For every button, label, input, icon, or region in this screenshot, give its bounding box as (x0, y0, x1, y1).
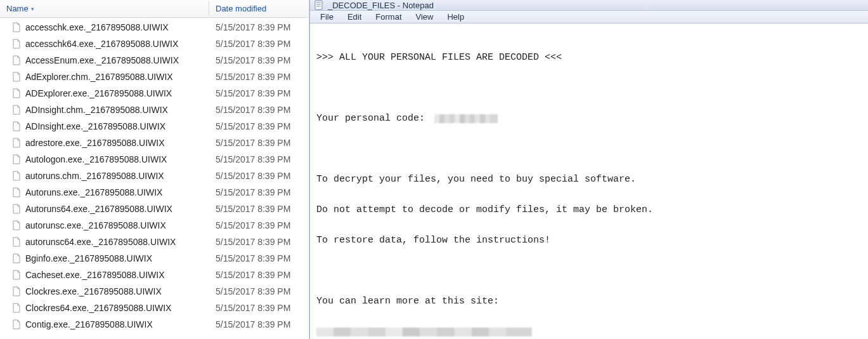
file-date: 5/15/2017 8:39 PM (209, 237, 309, 247)
file-name: ADInsight.exe._2167895088.UIWIX (25, 121, 165, 131)
file-row[interactable]: accesschk.exe._2167895088.UIWIX5/15/2017… (0, 19, 309, 36)
menu-format[interactable]: Format (369, 11, 408, 23)
menu-file[interactable]: File (314, 11, 340, 23)
file-icon (11, 105, 22, 115)
file-name-cell: accesschk.exe._2167895088.UIWIX (0, 22, 209, 32)
file-name-cell: Autologon.exe._2167895088.UIWIX (0, 154, 209, 164)
note-line: Do not attempt to decode or modify files… (316, 205, 653, 215)
file-row[interactable]: autorunsc64.exe._2167895088.UIWIX5/15/20… (0, 234, 309, 250)
file-name-cell: Cacheset.exe._2167895088.UIWIX (0, 270, 209, 280)
file-name: autoruns.chm._2167895088.UIWIX (25, 171, 164, 181)
redacted-code (434, 114, 498, 123)
file-row[interactable]: Cacheset.exe._2167895088.UIWIX5/15/2017 … (0, 267, 309, 283)
file-name-cell: autorunsc.exe._2167895088.UIWIX (0, 220, 209, 230)
column-header-name-label: Name (6, 4, 29, 13)
file-date: 5/15/2017 8:39 PM (209, 72, 309, 82)
svg-rect-0 (315, 1, 322, 10)
file-row[interactable]: ADInsight.exe._2167895088.UIWIX5/15/2017… (0, 118, 309, 135)
file-icon (11, 171, 22, 181)
file-icon (11, 220, 22, 230)
explorer-column-header: Name ▾ Date modified (0, 0, 309, 18)
file-name: ADInsight.chm._2167895088.UIWIX (25, 105, 168, 115)
file-date: 5/15/2017 8:39 PM (209, 319, 309, 329)
menu-help[interactable]: Help (441, 11, 470, 23)
file-row[interactable]: autoruns.chm._2167895088.UIWIX5/15/2017 … (0, 168, 309, 184)
notepad-titlebar[interactable]: _DECODE_FILES - Notepad (310, 0, 868, 11)
file-row[interactable]: Clockres64.exe._2167895088.UIWIX5/15/201… (0, 300, 309, 316)
file-name: Contig.exe._2167895088.UIWIX (25, 319, 153, 329)
file-name-cell: Autoruns64.exe._2167895088.UIWIX (0, 204, 209, 214)
file-icon (11, 88, 22, 98)
file-name-cell: AdExplorer.chm._2167895088.UIWIX (0, 72, 209, 82)
file-name: Autologon.exe._2167895088.UIWIX (25, 154, 167, 164)
file-name-cell: Contig.exe._2167895088.UIWIX (0, 319, 209, 329)
file-name: Cacheset.exe._2167895088.UIWIX (25, 270, 164, 280)
file-icon (11, 286, 22, 296)
note-line: Your personal code: (316, 114, 431, 124)
file-row[interactable]: ADInsight.chm._2167895088.UIWIX5/15/2017… (0, 102, 309, 118)
file-name-cell: autoruns.chm._2167895088.UIWIX (0, 171, 209, 181)
notepad-content[interactable]: >>> ALL YOUR PERSONAL FILES ARE DECODED … (310, 23, 868, 339)
file-row[interactable]: autorunsc.exe._2167895088.UIWIX5/15/2017… (0, 217, 309, 234)
file-name: Autoruns.exe._2167895088.UIWIX (25, 187, 162, 197)
file-icon (11, 121, 22, 131)
file-row[interactable]: Bginfo.exe._2167895088.UIWIX5/15/2017 8:… (0, 250, 309, 267)
file-name: adrestore.exe._2167895088.UIWIX (25, 138, 164, 148)
file-icon (11, 22, 22, 32)
file-name: Bginfo.exe._2167895088.UIWIX (25, 253, 152, 263)
file-name-cell: ADInsight.exe._2167895088.UIWIX (0, 121, 209, 131)
menu-edit[interactable]: Edit (341, 11, 368, 23)
file-name-cell: ADInsight.chm._2167895088.UIWIX (0, 105, 209, 115)
file-row[interactable]: AdExplorer.chm._2167895088.UIWIX5/15/201… (0, 69, 309, 85)
notepad-window: _DECODE_FILES - Notepad FileEditFormatVi… (309, 0, 868, 339)
file-name: Clockres.exe._2167895088.UIWIX (25, 286, 162, 296)
file-row[interactable]: Autoruns64.exe._2167895088.UIWIX5/15/201… (0, 201, 309, 217)
file-date: 5/15/2017 8:39 PM (209, 286, 309, 296)
redacted-site-line1 (316, 328, 532, 336)
file-row[interactable]: AccessEnum.exe._2167895088.UIWIX5/15/201… (0, 52, 309, 69)
file-icon (11, 270, 22, 280)
file-row[interactable]: ADExplorer.exe._2167895088.UIWIX5/15/201… (0, 85, 309, 102)
file-row[interactable]: Contig.exe._2167895088.UIWIX5/15/2017 8:… (0, 316, 309, 333)
file-name-cell: ADExplorer.exe._2167895088.UIWIX (0, 88, 209, 98)
file-name-cell: autorunsc64.exe._2167895088.UIWIX (0, 237, 209, 247)
note-line: To restore data, follow the instructions… (316, 236, 550, 246)
file-date: 5/15/2017 8:39 PM (209, 171, 309, 181)
file-row[interactable]: accesschk64.exe._2167895088.UIWIX5/15/20… (0, 36, 309, 52)
note-line: To decrypt your files, you need to buy s… (316, 175, 636, 185)
column-header-date[interactable]: Date modified (209, 1, 309, 16)
file-date: 5/15/2017 8:39 PM (209, 88, 309, 98)
file-icon (11, 72, 22, 82)
notepad-app-icon (314, 0, 324, 10)
menu-view[interactable]: View (410, 11, 440, 23)
column-header-date-label: Date modified (216, 4, 266, 13)
file-name: autorunsc.exe._2167895088.UIWIX (25, 220, 166, 230)
file-icon (11, 303, 22, 313)
file-icon (11, 319, 22, 329)
note-line: You can learn more at this site: (316, 296, 499, 307)
file-date: 5/15/2017 8:39 PM (209, 55, 309, 65)
file-name-cell: adrestore.exe._2167895088.UIWIX (0, 138, 209, 148)
file-icon (11, 154, 22, 164)
file-name: Clockres64.exe._2167895088.UIWIX (25, 303, 171, 313)
file-date: 5/15/2017 8:39 PM (209, 303, 309, 313)
column-header-name[interactable]: Name ▾ (0, 1, 209, 16)
file-date: 5/15/2017 8:39 PM (209, 253, 309, 263)
notepad-menubar: FileEditFormatViewHelp (310, 11, 868, 23)
file-name-cell: Clockres.exe._2167895088.UIWIX (0, 286, 209, 296)
file-name-cell: Clockres64.exe._2167895088.UIWIX (0, 303, 209, 313)
file-icon (11, 253, 22, 263)
file-icon (11, 204, 22, 214)
file-row[interactable]: adrestore.exe._2167895088.UIWIX5/15/2017… (0, 135, 309, 151)
file-name: AccessEnum.exe._2167895088.UIWIX (25, 55, 179, 65)
notepad-title: _DECODE_FILES - Notepad (328, 1, 434, 10)
file-date: 5/15/2017 8:39 PM (209, 138, 309, 148)
file-date: 5/15/2017 8:39 PM (209, 105, 309, 115)
file-row[interactable]: Clockres.exe._2167895088.UIWIX5/15/2017 … (0, 283, 309, 300)
file-row[interactable]: Autoruns.exe._2167895088.UIWIX5/15/2017 … (0, 184, 309, 201)
file-row[interactable]: Autologon.exe._2167895088.UIWIX5/15/2017… (0, 151, 309, 168)
file-name-cell: Bginfo.exe._2167895088.UIWIX (0, 253, 209, 263)
file-name-cell: AccessEnum.exe._2167895088.UIWIX (0, 55, 209, 65)
file-date: 5/15/2017 8:39 PM (209, 154, 309, 164)
file-date: 5/15/2017 8:39 PM (209, 270, 309, 280)
